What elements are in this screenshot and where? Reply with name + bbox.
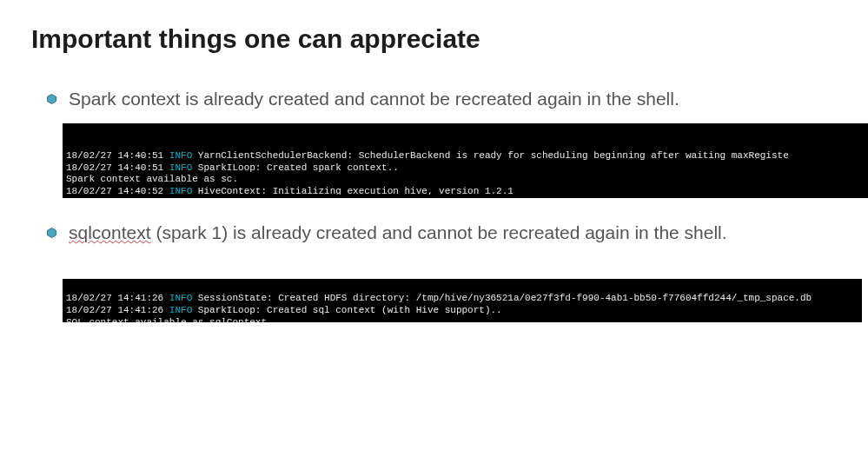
hex-bullet-icon — [47, 228, 56, 238]
bullet-text-2: sqlcontext (spark 1) is already created … — [69, 221, 727, 245]
log-level: INFO — [169, 162, 192, 173]
log-line: Spark context available as sc. — [66, 174, 238, 184]
log-line: 18/02/27 14:41:26 INFO SparkILoop: Creat… — [66, 305, 502, 315]
terminal-output-2: 18/02/27 14:41:26 INFO SessionState: Cre… — [63, 279, 862, 322]
svg-marker-0 — [47, 95, 56, 104]
terminal-cut-bottom — [63, 195, 868, 198]
log-line: 18/02/27 14:40:51 INFO YarnClientSchedul… — [66, 150, 789, 161]
log-line: 18/02/27 14:40:51 INFO SparkILoop: Creat… — [66, 162, 399, 173]
log-line: SQL context available as sqlContext. — [66, 317, 273, 322]
bullet-text-1: Spark context is already created and can… — [69, 87, 679, 111]
terminal-cut-top — [63, 123, 868, 126]
log-level: INFO — [169, 150, 192, 161]
slide: Important things one can appreciate Spar… — [0, 0, 868, 450]
spellcheck-term: sqlcontext — [69, 222, 151, 242]
page-title: Important things one can appreciate — [31, 24, 837, 54]
log-line: 18/02/27 14:41:26 INFO SessionState: Cre… — [66, 293, 812, 303]
bullet-item-2: sqlcontext (spark 1) is already created … — [47, 221, 837, 245]
svg-marker-1 — [47, 228, 56, 238]
log-level: INFO — [169, 293, 192, 303]
terminal-output-1: 18/02/27 14:40:51 INFO YarnClientSchedul… — [63, 123, 868, 198]
bullet-item-1: Spark context is already created and can… — [47, 87, 837, 111]
log-level: INFO — [169, 305, 192, 315]
hex-bullet-icon — [47, 94, 56, 104]
